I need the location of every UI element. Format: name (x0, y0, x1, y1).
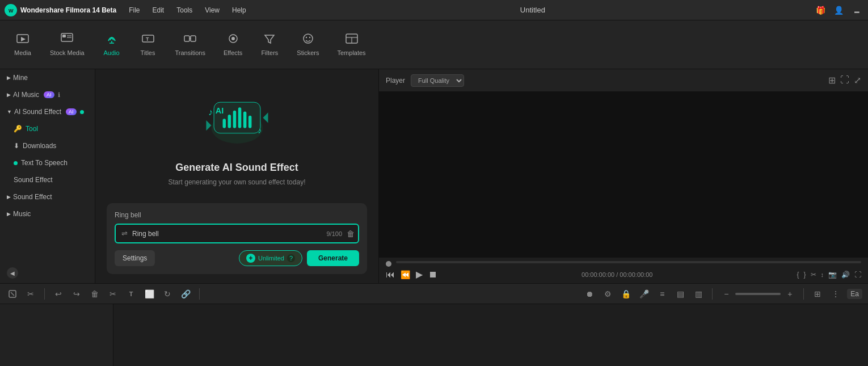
player-area: Player Full Quality ⊞ ⛶ ⤢ (379, 69, 868, 283)
menu-view[interactable]: View (199, 4, 225, 16)
toolbar-transitions[interactable]: Transitions (167, 28, 213, 61)
player-view-icons: ⊞ ⛶ ⤢ (828, 75, 861, 86)
generate-subtitle: Start generating your own sound effect t… (168, 178, 306, 186)
speed-icon[interactable]: ↕ (821, 271, 824, 278)
player-canvas (379, 92, 868, 257)
main-area: ▶ Mine ▶ AI Music AI ℹ ▼ AI Sound Effect… (0, 69, 868, 283)
input-row: ⇌ Ring bell 9/100 🗑 (115, 224, 359, 243)
mark-out-icon[interactable]: } (803, 271, 806, 279)
tl-link[interactable]: 🔗 (179, 287, 192, 301)
generate-button[interactable]: Generate (307, 250, 359, 266)
player-label: Player (386, 77, 405, 85)
zoom-out-icon[interactable]: − (719, 287, 733, 301)
sidebar-item-ai-music[interactable]: ▶ AI Music AI ℹ (0, 86, 95, 103)
menu-help[interactable]: Help (226, 4, 252, 16)
toolbar-effects[interactable]: Effects (216, 28, 250, 61)
control-row: ⏮ ⏪ ▶ ⏹ 00:00:00:00 / 00:00:00:00 { } ✂ … (386, 269, 861, 280)
menu-bar: W Wondershare Filmora 14 Beta File Edit … (0, 0, 868, 20)
tl-razor-tool[interactable]: ✂ (24, 287, 37, 301)
toolbar-media[interactable]: Media (6, 28, 40, 61)
tl-delete[interactable]: 🗑 (88, 287, 102, 301)
tl-crop[interactable]: ⬜ (142, 287, 156, 301)
tl-grid-view[interactable]: ⊞ (811, 287, 824, 301)
time-total: 00:00:00:00 (620, 271, 652, 278)
tl-track[interactable]: ≡ (655, 287, 669, 301)
sidebar-sub-downloads[interactable]: ⬇ Downloads (0, 137, 95, 154)
player-controls: ⏮ ⏪ ▶ ⏹ 00:00:00:00 / 00:00:00:00 { } ✂ … (379, 257, 868, 283)
tl-text[interactable]: T (124, 287, 138, 301)
tl-lock[interactable]: 🔒 (619, 287, 633, 301)
zoom-slider[interactable] (735, 293, 781, 295)
svg-marker-3 (21, 37, 26, 41)
sidebar-sub-text-to-speech[interactable]: Text To Speech (0, 154, 95, 171)
quality-select[interactable]: Full Quality (411, 74, 464, 87)
tl-subtitle[interactable]: ▥ (692, 287, 705, 301)
ea-button[interactable]: Ea (847, 289, 862, 299)
ctrl-btns: ⏮ ⏪ ▶ ⏹ (386, 269, 437, 280)
toolbar-templates[interactable]: Templates (329, 28, 373, 61)
menu-file[interactable]: File (123, 4, 145, 16)
settings-button[interactable]: Settings (115, 250, 155, 266)
gift-icon[interactable]: 🎁 (814, 3, 827, 17)
help-icon[interactable]: ? (287, 254, 295, 262)
collapse-icon[interactable]: ◀ (7, 267, 18, 279)
step-back-icon[interactable]: ⏪ (401, 270, 410, 279)
sidebar-collapse-btn[interactable]: ◀ (0, 263, 95, 283)
skip-back-icon[interactable]: ⏮ (386, 270, 395, 280)
tl-undo[interactable]: ↩ (52, 287, 65, 301)
crop-view-icon[interactable]: ⛶ (840, 75, 849, 86)
input-text-area[interactable]: ⇌ Ring bell (115, 224, 359, 243)
progress-bar[interactable] (396, 261, 861, 263)
zoom-in-icon[interactable]: + (783, 287, 797, 301)
fullscreen-player-icon[interactable]: ⛶ (854, 271, 861, 279)
audio-icon (106, 33, 118, 47)
svg-text:AI: AI (215, 106, 224, 115)
sidebar-item-sound-effect[interactable]: ▶ Sound Effect (0, 188, 95, 205)
menu-edit[interactable]: Edit (147, 4, 170, 16)
menu-tools[interactable]: Tools (171, 4, 198, 16)
generate-title: Generate AI Sound Effect (175, 162, 298, 174)
tl-caption[interactable]: ▤ (673, 287, 687, 301)
time-current: 00:00:00:00 (582, 271, 614, 278)
sidebar-sub-tool[interactable]: 🔑 Tool (0, 120, 95, 137)
zoom-controls: − + (719, 287, 797, 301)
grid-view-icon[interactable]: ⊞ (828, 75, 836, 86)
progress-handle[interactable] (386, 261, 391, 267)
timeline-content (113, 304, 868, 366)
toolbar-audio[interactable]: Audio (95, 28, 129, 61)
mark-in-icon[interactable]: { (797, 271, 799, 279)
unlimited-badge[interactable]: + Unlimited ? (239, 250, 302, 266)
toolbar-stock-media[interactable]: Stock Media (42, 28, 92, 61)
shuffle-icon: ⇌ (121, 229, 128, 238)
sidebar-sub-sound-effect[interactable]: Sound Effect (0, 171, 95, 188)
snapshot-icon[interactable]: 📷 (828, 271, 837, 279)
tl-mic[interactable]: 🎤 (637, 287, 651, 301)
tl-settings-2[interactable]: ⚙ (601, 287, 614, 301)
svg-marker-16 (265, 35, 274, 43)
toolbar-titles[interactable]: T Titles (131, 28, 165, 61)
tl-redo[interactable]: ↪ (70, 287, 83, 301)
trash-icon[interactable]: 🗑 (347, 229, 355, 238)
stop-icon[interactable]: ⏹ (428, 270, 437, 280)
trim-icon[interactable]: ✂ (811, 271, 816, 279)
account-icon[interactable]: 👤 (832, 3, 845, 17)
sidebar-item-music[interactable]: ▶ Music (0, 205, 95, 222)
tool-icon: 🔑 (14, 125, 22, 133)
stock-media-icon (61, 33, 73, 47)
sidebar-item-mine[interactable]: ▶ Mine (0, 69, 95, 86)
ai-sound-dot (80, 110, 84, 114)
tl-record[interactable]: ⏺ (583, 287, 596, 301)
player-toolbar: Player Full Quality ⊞ ⛶ ⤢ (379, 69, 868, 92)
toolbar-filters[interactable]: Filters (252, 28, 286, 61)
minimize-icon[interactable]: 🗕 (850, 3, 863, 17)
tl-select-tool[interactable] (6, 287, 19, 301)
tl-more[interactable]: ⋮ (829, 287, 842, 301)
tl-motion[interactable]: ↻ (161, 287, 174, 301)
tl-cut[interactable]: ✂ (106, 287, 120, 301)
fullscreen-icon[interactable]: ⤢ (854, 75, 861, 86)
volume-icon[interactable]: 🔊 (841, 271, 850, 279)
play-icon[interactable]: ▶ (416, 269, 423, 280)
toolbar-stickers[interactable]: Stickers (289, 28, 327, 61)
sidebar-item-ai-sound-effect[interactable]: ▼ AI Sound Effect AI (0, 103, 95, 120)
toolbar: Media Stock Media Audio T Titles Transit… (0, 20, 868, 69)
